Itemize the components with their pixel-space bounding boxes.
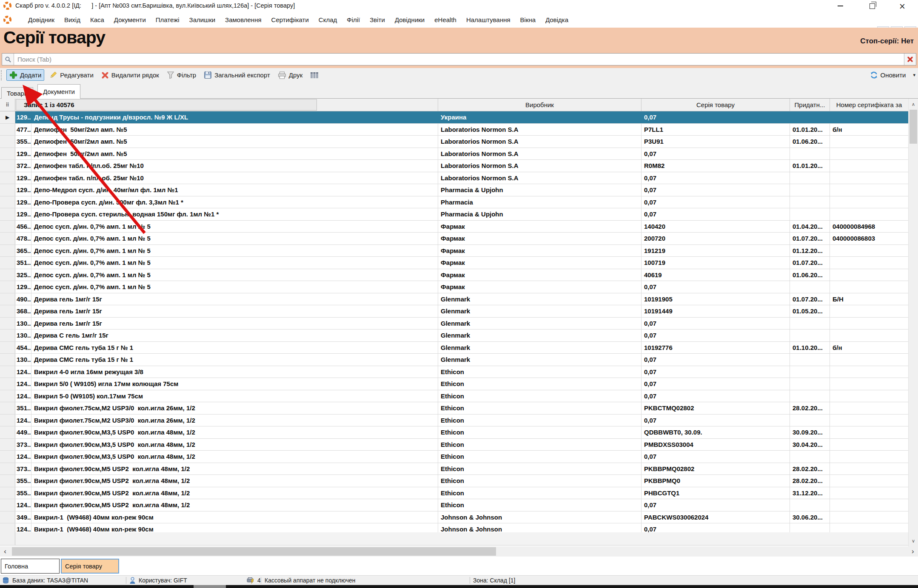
row-indicator <box>0 475 15 487</box>
filter-button[interactable]: Фільтр <box>164 70 199 80</box>
menu-item-Документи[interactable]: Документи <box>114 16 146 23</box>
cell-certificate <box>830 390 908 402</box>
table-row[interactable]: 325..Депос сусп. д/ин. 0,7% амп. 1 мл № … <box>0 269 908 281</box>
close-button[interactable]: × <box>892 0 912 12</box>
cell-name: Викрил 4-0 игла 16мм режущая 3/8 <box>31 366 438 378</box>
table-row[interactable]: 124..Викрил фиолет.75см,М2 USP3/0 кол.иг… <box>0 415 908 427</box>
grid-corner-icon[interactable]: ⠿ <box>0 99 15 111</box>
menu-item-Каса[interactable]: Каса <box>90 16 104 23</box>
menu-item-Довідник[interactable]: Довідник <box>28 16 54 23</box>
table-row[interactable]: 368..Дерива гель 1мг/г 15гGlenmark101914… <box>0 305 908 318</box>
table-row[interactable]: 129..Депо-Медрол сусп. д/ин. 40мг/мл фл.… <box>0 184 908 196</box>
window-tab-home[interactable]: Головна <box>1 559 60 574</box>
table-row[interactable]: 365..Депос сусп. д/ин. 0,7% амп. 1 мл № … <box>0 245 908 257</box>
table-row[interactable]: 478..Депос сусп. д/ин. 0,7% амп. 1 мл № … <box>0 233 908 245</box>
row-indicator: ▶ <box>0 111 15 123</box>
cell-id: 477.. <box>15 124 31 136</box>
table-row[interactable]: 124..Викрил-1 (W9468) 40мм кол-реж 90смJ… <box>0 523 908 532</box>
table-row[interactable]: 129..Депо-Провера сусп. д/ин. 500мг фл. … <box>0 196 908 209</box>
add-button[interactable]: Додати <box>6 69 44 81</box>
table-row[interactable]: 130..Дерива С гель 1мг/г 15гGlenmark0,07 <box>0 330 908 342</box>
table-row[interactable]: 129..Депиофен 50мг/2мл амп. №5Laboratori… <box>0 148 908 160</box>
user-status: Користувач: GIFT <box>129 576 187 585</box>
scroll-left-icon[interactable]: ‹ <box>0 547 10 556</box>
clear-search-icon[interactable] <box>904 54 916 65</box>
table-row[interactable]: 130..Дерива СМС гель туба 15 г № 1Glenma… <box>0 354 908 366</box>
table-row[interactable]: 124..Викрил 5/0 ( W9105) игла 17мм колющ… <box>0 378 908 390</box>
table-row[interactable]: 124..Викрил 4-0 игла 16мм режущая 3/8Eth… <box>0 366 908 378</box>
menu-item-Залишки[interactable]: Залишки <box>189 16 216 23</box>
table-row[interactable]: 477..Депиофен 50мг/2мл амп. №5Laboratori… <box>0 124 908 136</box>
window-tab-series[interactable]: Серія товару <box>61 559 119 574</box>
print-button[interactable]: Друк <box>275 70 305 80</box>
tab-products[interactable]: Товари <box>1 87 33 99</box>
menu-item-Склад[interactable]: Склад <box>319 16 337 23</box>
horizontal-scrollbar[interactable]: ‹ › <box>0 546 918 557</box>
tab-documents[interactable]: Документи <box>37 84 80 99</box>
table-row[interactable]: 355..Депиофен 50мг/2мл амп. №5Laboratori… <box>0 136 908 148</box>
scroll-down-icon[interactable]: ∨ <box>909 536 918 545</box>
menu-item-Довідка[interactable]: Довідка <box>545 16 568 23</box>
table-row[interactable]: 130..Дерива гель 1мг/г 15гGlenmark0,07 <box>0 318 908 330</box>
column-header[interactable]: Номер сертифіката за <box>830 99 908 111</box>
table-row[interactable]: 490..Дерива гель 1мг/г 15гGlenmark101919… <box>0 293 908 306</box>
scroll-right-icon[interactable]: › <box>908 547 918 556</box>
table-row[interactable]: 454..Дерива СМС гель туба 15 г № 1Glenma… <box>0 342 908 354</box>
table-row[interactable]: 372..Депиофен табл. п/пл.об. 25мг №10Lab… <box>0 160 908 172</box>
menu-item-Довідники[interactable]: Довідники <box>395 16 425 23</box>
menu-item-Вікна[interactable]: Вікна <box>520 16 536 23</box>
menu-item-Філії[interactable]: Філії <box>347 16 360 23</box>
menu-item-Вихід[interactable]: Вихід <box>64 16 80 23</box>
vertical-scrollbar[interactable]: ∧ ∨ <box>908 99 918 546</box>
table-row[interactable]: 349..Викрил-1 (W9468) 40мм кол-реж 90смJ… <box>0 511 908 524</box>
column-header[interactable]: Придатн... <box>790 99 830 111</box>
menu-item-Звіти[interactable]: Звіти <box>370 16 385 23</box>
cell-expiry <box>790 366 830 378</box>
columns-icon[interactable] <box>308 70 321 80</box>
table-row[interactable]: 129..Депо-Провера сусп. стерильн. водная… <box>0 208 908 221</box>
horizontal-scroll-thumb[interactable] <box>12 547 496 556</box>
refresh-dropdown-caret[interactable]: ▾ <box>913 72 915 78</box>
restore-button[interactable] <box>862 0 882 12</box>
table-row[interactable]: 351..Депос сусп. д/ин. 0,7% амп. 1 мл № … <box>0 257 908 269</box>
table-row[interactable]: 355..Викрил фиолет.90см,М5 USP2 кол.игла… <box>0 475 908 487</box>
menu-item-Налаштування[interactable]: Налаштування <box>466 16 510 23</box>
table-row[interactable]: 351..Викрил фиолет.75см,М2 USP3/0 кол.иг… <box>0 402 908 415</box>
vertical-scroll-thumb[interactable] <box>909 110 917 144</box>
cell-id: 124.. <box>15 415 31 426</box>
minimize-button[interactable] <box>830 0 850 12</box>
table-row[interactable]: 449..Викрил фиолет.90см,М3,5 USP0 кол.иг… <box>0 426 908 439</box>
export-button[interactable]: Загальний експорт <box>201 70 273 80</box>
cell-expiry <box>790 415 830 426</box>
menu-item-eHealth[interactable]: eHealth <box>434 16 456 23</box>
search-input[interactable] <box>14 54 904 65</box>
table-row[interactable]: 129..Депиофен табл. п/пл.об. 25мг №10Lab… <box>0 172 908 185</box>
menu-item-Платежі[interactable]: Платежі <box>156 16 180 23</box>
cell-name: Депос сусп. д/ин. 0,7% амп. 1 мл № 5 <box>31 221 438 233</box>
table-row[interactable]: 124..Викрил 5-0 (W9105) кол.17мм 75смEth… <box>0 390 908 403</box>
menu-item-Сертифікати[interactable]: Сертифікати <box>271 16 309 23</box>
refresh-button[interactable]: Оновити <box>867 70 909 80</box>
row-indicator <box>0 269 15 281</box>
edit-button[interactable]: Редагувати <box>47 70 96 80</box>
table-row[interactable]: ▶129..Депенд Трусы - подгузники д/взросл… <box>0 111 908 124</box>
table-row[interactable]: 456..Депос сусп. д/ин. 0,7% амп. 1 мл № … <box>0 221 908 233</box>
table-row[interactable]: 124..Викрил фиолет.90см,М5 USP2 кол.игла… <box>0 499 908 511</box>
cell-expiry: 28.02.20... <box>790 402 830 414</box>
table-row[interactable]: 129..Депос сусп. д/ин. 0,7% амп. 1 мл № … <box>0 281 908 293</box>
table-row[interactable]: 373..Викрил фиолет.90см,М5 USP2 кол.игла… <box>0 463 908 475</box>
column-header[interactable]: Серія товару <box>641 99 790 111</box>
table-row[interactable]: 124..Викрил фиолет.90см,М3,5 USP0 кол.иг… <box>0 451 908 463</box>
scroll-up-icon[interactable]: ∧ <box>909 99 918 109</box>
row-indicator <box>0 415 15 426</box>
cell-manufacturer: Ethicon <box>438 402 641 414</box>
delete-row-button[interactable]: Видалити рядок <box>99 70 162 80</box>
taskbar-edge <box>0 585 918 588</box>
column-header[interactable]: Виробник <box>438 99 641 111</box>
cell-name: Депиофен 50мг/2мл амп. №5 <box>31 136 438 148</box>
row-indicator <box>0 390 15 402</box>
table-row[interactable]: 373..Викрил фиолет.90см,М3,5 USP0 кол.иг… <box>0 439 908 451</box>
table-row[interactable]: 355..Викрил фиолет.90см,М5 USP2 кол.игла… <box>0 487 908 500</box>
cell-certificate <box>830 366 908 378</box>
menu-item-Замовлення[interactable]: Замовлення <box>225 16 261 23</box>
